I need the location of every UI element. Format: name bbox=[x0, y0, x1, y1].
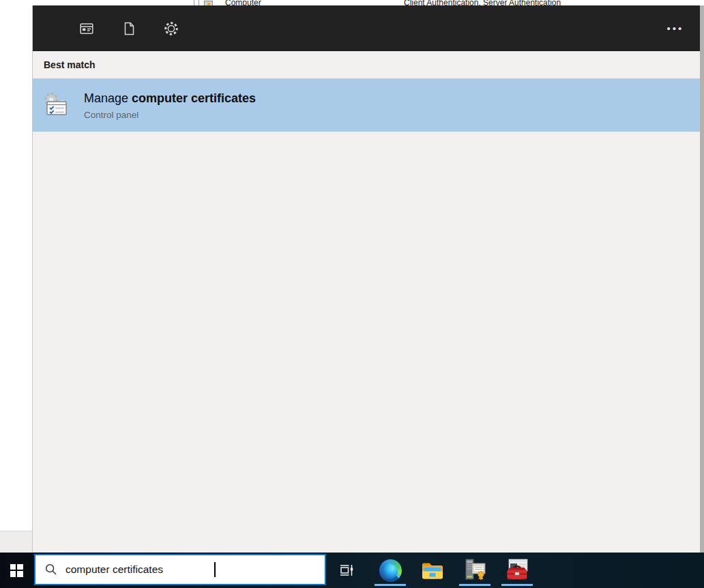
text-caret bbox=[214, 562, 216, 577]
taskbar-search-box[interactable] bbox=[34, 554, 326, 585]
certificate-manager-taskbar-button[interactable] bbox=[454, 553, 496, 588]
task-view-icon bbox=[338, 562, 355, 578]
column-divider bbox=[199, 0, 199, 5]
certificate-intended-purposes: Client Authentication, Server Authentica… bbox=[404, 0, 561, 5]
document-icon bbox=[121, 20, 137, 37]
task-view-button[interactable] bbox=[332, 553, 362, 588]
apps-icon bbox=[78, 20, 95, 37]
search-results-empty-area bbox=[33, 132, 700, 553]
apps-filter-button[interactable] bbox=[78, 20, 96, 38]
start-button[interactable] bbox=[0, 553, 33, 588]
background-window-statusbar bbox=[0, 531, 33, 553]
search-input[interactable] bbox=[65, 563, 216, 576]
windows-logo-icon bbox=[10, 564, 23, 577]
search-flyout: ••• Best match Manage computer certifica… bbox=[33, 5, 700, 553]
toolbox-icon bbox=[505, 558, 529, 583]
documents-filter-button[interactable] bbox=[120, 20, 138, 38]
certificate-manager-active-indicator bbox=[459, 584, 490, 586]
manage-certificates-icon bbox=[42, 91, 70, 119]
best-match-section: Best match bbox=[33, 51, 700, 78]
toolbox-taskbar-button[interactable] bbox=[496, 553, 538, 588]
certificate-issued-to: Computer bbox=[225, 0, 261, 5]
certificate-manager-icon bbox=[463, 558, 486, 583]
certificate-icon bbox=[204, 1, 213, 5]
background-window-right-edge bbox=[700, 5, 704, 553]
edge-active-indicator bbox=[375, 584, 406, 586]
edge-icon bbox=[379, 559, 402, 582]
search-filter-bar: ••• bbox=[33, 5, 700, 51]
toolbox-active-indicator bbox=[501, 584, 533, 586]
search-icon bbox=[45, 563, 57, 576]
settings-filter-button[interactable] bbox=[162, 20, 180, 38]
more-options-button[interactable]: ••• bbox=[660, 5, 690, 51]
result-subtitle: Control panel bbox=[84, 110, 256, 120]
result-title: Manage computer certificates bbox=[84, 90, 256, 106]
ellipsis-icon: ••• bbox=[667, 23, 684, 34]
file-explorer-taskbar-button[interactable] bbox=[411, 553, 454, 588]
edge-taskbar-button[interactable] bbox=[369, 553, 411, 588]
section-title: Best match bbox=[44, 59, 95, 70]
file-explorer-icon bbox=[421, 560, 444, 580]
taskbar bbox=[0, 553, 704, 588]
background-window-strip: Computer Client Authentication, Server A… bbox=[0, 0, 704, 5]
gear-icon bbox=[163, 20, 179, 37]
column-divider bbox=[194, 0, 194, 5]
best-match-result[interactable]: Manage computer certificates Control pan… bbox=[33, 78, 700, 132]
